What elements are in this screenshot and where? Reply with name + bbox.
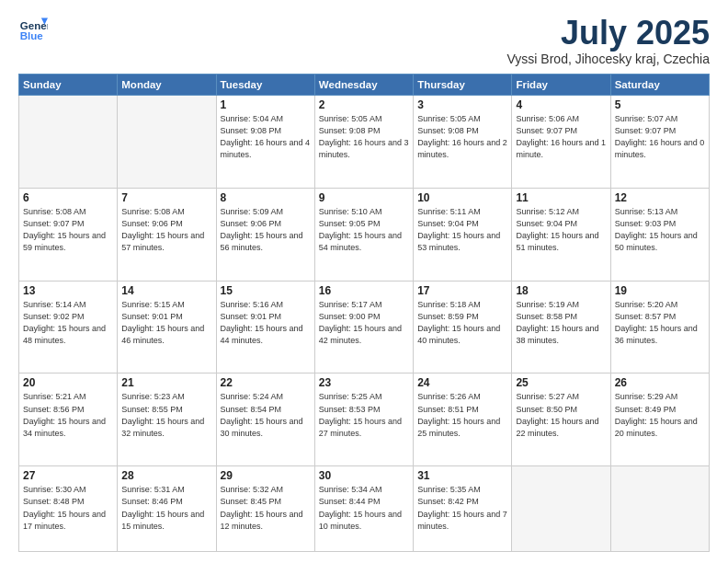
day-info: Sunrise: 5:14 AM Sunset: 9:02 PM Dayligh… (23, 299, 113, 347)
col-friday: Friday (512, 74, 610, 95)
day-number: 11 (516, 191, 606, 204)
day-info: Sunrise: 5:10 AM Sunset: 9:05 PM Dayligh… (319, 206, 409, 254)
table-row: 25Sunrise: 5:27 AM Sunset: 8:50 PM Dayli… (512, 373, 610, 466)
table-row (512, 466, 610, 552)
day-info: Sunrise: 5:24 AM Sunset: 8:54 PM Dayligh… (221, 391, 311, 439)
day-info: Sunrise: 5:13 AM Sunset: 9:03 PM Dayligh… (615, 206, 705, 254)
day-info: Sunrise: 5:21 AM Sunset: 8:56 PM Dayligh… (23, 391, 113, 439)
day-info: Sunrise: 5:05 AM Sunset: 9:08 PM Dayligh… (319, 113, 409, 161)
table-row: 12Sunrise: 5:13 AM Sunset: 9:03 PM Dayli… (610, 188, 709, 281)
day-number: 29 (221, 469, 311, 482)
day-number: 28 (121, 469, 211, 482)
day-info: Sunrise: 5:27 AM Sunset: 8:50 PM Dayligh… (516, 391, 606, 439)
table-row: 4Sunrise: 5:06 AM Sunset: 9:07 PM Daylig… (512, 95, 610, 188)
day-number: 31 (417, 469, 507, 482)
day-number: 17 (417, 284, 507, 297)
table-row: 5Sunrise: 5:07 AM Sunset: 9:07 PM Daylig… (610, 95, 709, 188)
day-number: 22 (221, 376, 311, 389)
calendar-week-row: 1Sunrise: 5:04 AM Sunset: 9:08 PM Daylig… (19, 95, 710, 188)
day-info: Sunrise: 5:16 AM Sunset: 9:01 PM Dayligh… (221, 299, 311, 347)
day-info: Sunrise: 5:08 AM Sunset: 9:07 PM Dayligh… (23, 206, 113, 254)
day-number: 8 (221, 191, 311, 204)
day-info: Sunrise: 5:25 AM Sunset: 8:53 PM Dayligh… (319, 391, 409, 439)
table-row: 10Sunrise: 5:11 AM Sunset: 9:04 PM Dayli… (414, 188, 512, 281)
day-info: Sunrise: 5:35 AM Sunset: 8:42 PM Dayligh… (417, 484, 507, 532)
table-row: 16Sunrise: 5:17 AM Sunset: 9:00 PM Dayli… (314, 281, 413, 373)
day-number: 18 (516, 284, 606, 297)
calendar-table: Sunday Monday Tuesday Wednesday Thursday… (18, 74, 710, 552)
calendar-week-row: 27Sunrise: 5:30 AM Sunset: 8:48 PM Dayli… (19, 466, 710, 552)
table-row: 15Sunrise: 5:16 AM Sunset: 9:01 PM Dayli… (216, 281, 314, 373)
day-info: Sunrise: 5:32 AM Sunset: 8:45 PM Dayligh… (221, 484, 311, 532)
day-number: 7 (121, 191, 211, 204)
day-number: 13 (23, 284, 113, 297)
calendar-header-row: Sunday Monday Tuesday Wednesday Thursday… (19, 74, 710, 95)
day-number: 14 (121, 284, 211, 297)
table-row: 22Sunrise: 5:24 AM Sunset: 8:54 PM Dayli… (216, 373, 314, 466)
table-row: 11Sunrise: 5:12 AM Sunset: 9:04 PM Dayli… (512, 188, 610, 281)
col-thursday: Thursday (414, 74, 512, 95)
day-number: 15 (221, 284, 311, 297)
day-info: Sunrise: 5:05 AM Sunset: 9:08 PM Dayligh… (417, 113, 507, 161)
table-row: 8Sunrise: 5:09 AM Sunset: 9:06 PM Daylig… (216, 188, 314, 281)
day-number: 12 (615, 191, 705, 204)
day-number: 2 (319, 98, 409, 111)
day-info: Sunrise: 5:23 AM Sunset: 8:55 PM Dayligh… (121, 391, 211, 439)
day-info: Sunrise: 5:08 AM Sunset: 9:06 PM Dayligh… (121, 206, 211, 254)
col-tuesday: Tuesday (216, 74, 314, 95)
day-number: 21 (121, 376, 211, 389)
calendar-week-row: 6Sunrise: 5:08 AM Sunset: 9:07 PM Daylig… (19, 188, 710, 281)
day-info: Sunrise: 5:12 AM Sunset: 9:04 PM Dayligh… (516, 206, 606, 254)
day-info: Sunrise: 5:18 AM Sunset: 8:59 PM Dayligh… (417, 299, 507, 347)
day-number: 6 (23, 191, 113, 204)
logo-icon: General Blue (18, 15, 48, 44)
day-info: Sunrise: 5:20 AM Sunset: 8:57 PM Dayligh… (615, 299, 705, 347)
day-info: Sunrise: 5:31 AM Sunset: 8:46 PM Dayligh… (121, 484, 211, 532)
day-number: 27 (23, 469, 113, 482)
day-info: Sunrise: 5:34 AM Sunset: 8:44 PM Dayligh… (319, 484, 409, 532)
day-info: Sunrise: 5:04 AM Sunset: 9:08 PM Dayligh… (221, 113, 311, 161)
svg-text:Blue: Blue (20, 30, 44, 41)
day-number: 9 (319, 191, 409, 204)
day-info: Sunrise: 5:11 AM Sunset: 9:04 PM Dayligh… (417, 206, 507, 254)
day-number: 5 (615, 98, 705, 111)
table-row: 29Sunrise: 5:32 AM Sunset: 8:45 PM Dayli… (216, 466, 314, 552)
day-info: Sunrise: 5:09 AM Sunset: 9:06 PM Dayligh… (221, 206, 311, 254)
table-row (19, 95, 118, 188)
day-number: 16 (319, 284, 409, 297)
table-row: 31Sunrise: 5:35 AM Sunset: 8:42 PM Dayli… (414, 466, 512, 552)
table-row: 3Sunrise: 5:05 AM Sunset: 9:08 PM Daylig… (414, 95, 512, 188)
day-number: 10 (417, 191, 507, 204)
table-row: 1Sunrise: 5:04 AM Sunset: 9:08 PM Daylig… (216, 95, 314, 188)
day-info: Sunrise: 5:17 AM Sunset: 9:00 PM Dayligh… (319, 299, 409, 347)
table-row: 18Sunrise: 5:19 AM Sunset: 8:58 PM Dayli… (512, 281, 610, 373)
col-monday: Monday (118, 74, 216, 95)
col-sunday: Sunday (19, 74, 118, 95)
day-info: Sunrise: 5:07 AM Sunset: 9:07 PM Dayligh… (615, 113, 705, 161)
table-row: 9Sunrise: 5:10 AM Sunset: 9:05 PM Daylig… (314, 188, 413, 281)
calendar-week-row: 13Sunrise: 5:14 AM Sunset: 9:02 PM Dayli… (19, 281, 710, 373)
table-row (610, 466, 709, 552)
day-number: 26 (615, 376, 705, 389)
month-title: July 2025 (507, 15, 710, 52)
table-row: 21Sunrise: 5:23 AM Sunset: 8:55 PM Dayli… (118, 373, 216, 466)
table-row: 27Sunrise: 5:30 AM Sunset: 8:48 PM Dayli… (19, 466, 118, 552)
table-row: 20Sunrise: 5:21 AM Sunset: 8:56 PM Dayli… (19, 373, 118, 466)
day-info: Sunrise: 5:15 AM Sunset: 9:01 PM Dayligh… (121, 299, 211, 347)
day-number: 23 (319, 376, 409, 389)
col-wednesday: Wednesday (314, 74, 413, 95)
table-row: 30Sunrise: 5:34 AM Sunset: 8:44 PM Dayli… (314, 466, 413, 552)
day-number: 4 (516, 98, 606, 111)
subtitle: Vyssi Brod, Jihocesky kraj, Czechia (507, 52, 710, 66)
table-row: 24Sunrise: 5:26 AM Sunset: 8:51 PM Dayli… (414, 373, 512, 466)
day-info: Sunrise: 5:06 AM Sunset: 9:07 PM Dayligh… (516, 113, 606, 161)
day-number: 19 (615, 284, 705, 297)
table-row: 7Sunrise: 5:08 AM Sunset: 9:06 PM Daylig… (118, 188, 216, 281)
day-info: Sunrise: 5:26 AM Sunset: 8:51 PM Dayligh… (417, 391, 507, 439)
table-row: 14Sunrise: 5:15 AM Sunset: 9:01 PM Dayli… (118, 281, 216, 373)
col-saturday: Saturday (610, 74, 709, 95)
table-row: 28Sunrise: 5:31 AM Sunset: 8:46 PM Dayli… (118, 466, 216, 552)
day-info: Sunrise: 5:30 AM Sunset: 8:48 PM Dayligh… (23, 484, 113, 532)
logo: General Blue (18, 15, 48, 44)
day-number: 30 (319, 469, 409, 482)
